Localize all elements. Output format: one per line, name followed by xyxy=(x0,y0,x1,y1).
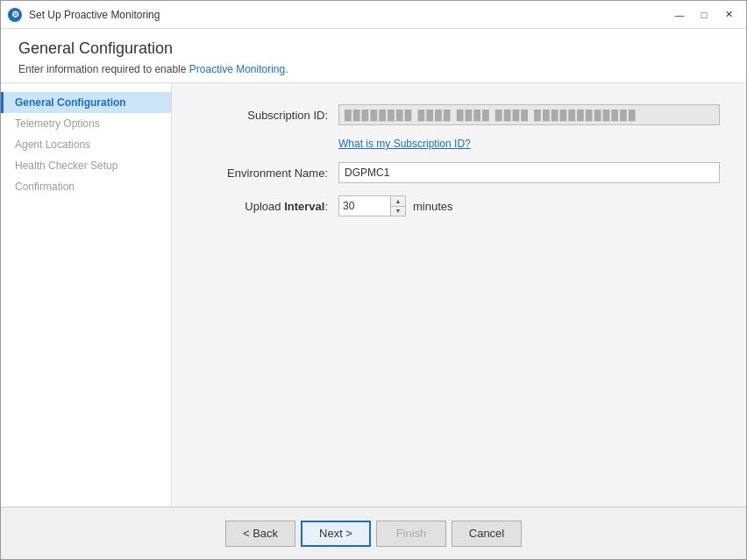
environment-name-row: Environment Name: xyxy=(198,162,720,183)
desc-suffix: . xyxy=(285,63,288,75)
subscription-link-row: What is my Subscription ID? xyxy=(198,138,720,150)
main-panel: Subscription ID: ████████ ████ ████ ████… xyxy=(172,83,746,507)
nav-item-confirmation[interactable]: Confirmation xyxy=(1,176,171,197)
environment-name-input[interactable] xyxy=(338,162,720,183)
finish-button[interactable]: Finish xyxy=(376,521,446,547)
nav-item-telemetry-options[interactable]: Telemetry Options xyxy=(1,113,171,134)
cancel-button[interactable]: Cancel xyxy=(452,521,522,547)
window-title: Set Up Proactive Monitoring xyxy=(29,9,669,21)
nav-item-general-configuration[interactable]: General Configuration xyxy=(1,92,171,113)
nav-panel: General Configuration Telemetry Options … xyxy=(1,83,172,507)
upload-interval-input[interactable] xyxy=(338,195,391,216)
content-area: General Configuration Telemetry Options … xyxy=(1,83,746,507)
minimize-button[interactable]: — xyxy=(669,6,690,24)
spinner-down-button[interactable]: ▼ xyxy=(391,207,405,216)
desc-prefix: Enter information required to enable xyxy=(18,63,189,75)
window-icon: ⚙ xyxy=(8,8,22,22)
title-bar: ⚙ Set Up Proactive Monitoring — □ ✕ xyxy=(1,1,746,29)
subscription-id-link[interactable]: What is my Subscription ID? xyxy=(338,138,471,150)
spinner-buttons: ▲ ▼ xyxy=(391,195,406,216)
nav-item-health-checker-setup[interactable]: Health Checker Setup xyxy=(1,155,171,176)
upload-interval-control: ▲ ▼ minutes xyxy=(338,195,453,216)
page-title: General Configuration xyxy=(18,39,729,58)
back-button[interactable]: < Back xyxy=(225,521,295,547)
upload-interval-row: Upload Interval: ▲ ▼ minutes xyxy=(198,195,720,216)
spinner-up-button[interactable]: ▲ xyxy=(391,196,405,207)
close-button[interactable]: ✕ xyxy=(718,6,739,24)
subscription-id-label: Subscription ID: xyxy=(198,109,338,122)
subscription-id-display: ████████ ████ ████ ████ ████████████ xyxy=(338,104,720,125)
page-description: Enter information required to enable Pro… xyxy=(18,63,729,75)
minutes-label: minutes xyxy=(413,200,453,213)
upload-interval-label: Upload Interval: xyxy=(198,200,338,213)
nav-item-agent-locations[interactable]: Agent Locations xyxy=(1,134,171,155)
maximize-button[interactable]: □ xyxy=(694,6,715,24)
subscription-id-masked: ████████ ████ ████ ████ ████████████ xyxy=(345,110,637,120)
desc-link: Proactive Monitoring xyxy=(189,63,285,75)
environment-name-label: Environment Name: xyxy=(198,167,338,180)
header-section: General Configuration Enter information … xyxy=(1,29,746,83)
next-button[interactable]: Next > xyxy=(301,521,371,547)
footer: < Back Next > Finish Cancel xyxy=(1,507,746,559)
subscription-id-row: Subscription ID: ████████ ████ ████ ████… xyxy=(198,104,720,125)
main-window: ⚙ Set Up Proactive Monitoring — □ ✕ Gene… xyxy=(0,0,747,560)
window-controls: — □ ✕ xyxy=(669,6,739,24)
